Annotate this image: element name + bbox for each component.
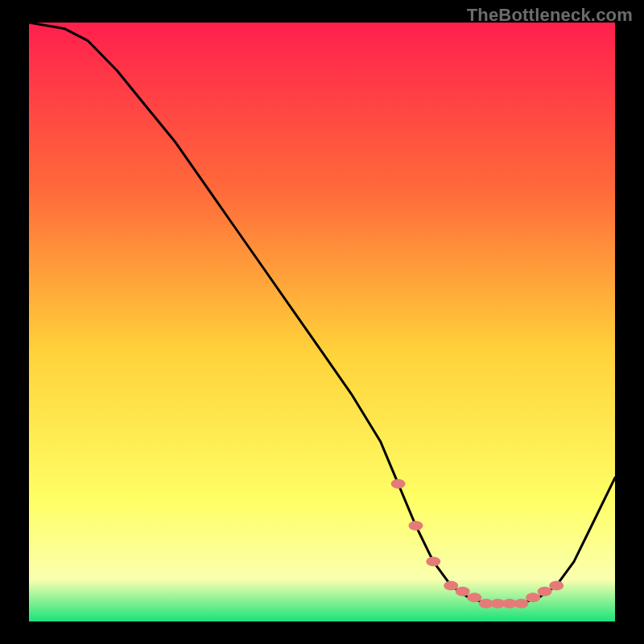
gradient-background: [29, 23, 615, 621]
marker-dot: [526, 592, 540, 602]
marker-dot: [538, 587, 552, 597]
chart-svg: [29, 23, 615, 621]
marker-dot: [391, 479, 406, 489]
marker-dot: [467, 592, 481, 602]
marker-dot: [426, 557, 440, 567]
marker-dot: [409, 521, 423, 530]
marker-dot: [456, 587, 470, 597]
marker-dot: [549, 580, 564, 590]
marker-dot: [444, 580, 458, 590]
marker-dot: [514, 599, 529, 609]
chart-stage: TheBottleneck.com: [0, 0, 644, 644]
chart-plot-area: [29, 23, 615, 621]
